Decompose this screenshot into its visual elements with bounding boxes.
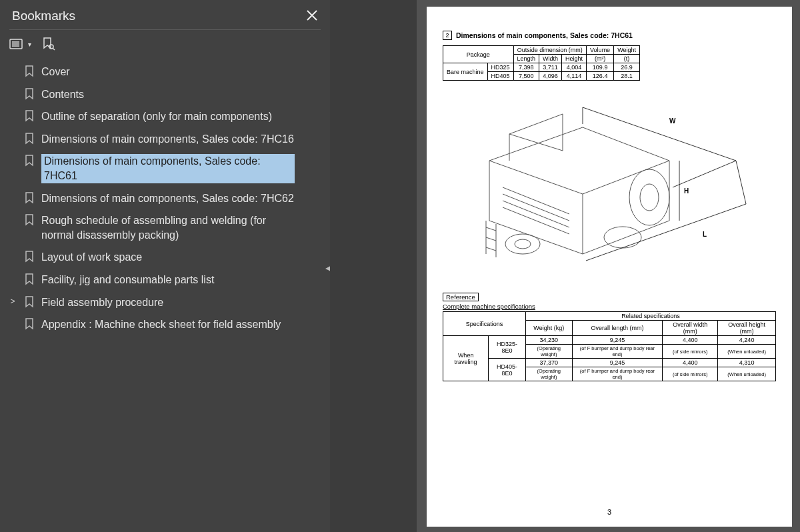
- bookmark-item[interactable]: Layout of work space: [0, 246, 330, 269]
- bookmark-label: Dimensions of main components, Sales cod…: [41, 132, 294, 147]
- expand-toggle[interactable]: >: [8, 297, 17, 306]
- dim-w: W: [669, 117, 675, 125]
- bookmark-icon: [24, 88, 35, 100]
- bookmark-options-button[interactable]: ▾: [9, 37, 31, 51]
- bookmark-search-icon: [41, 37, 55, 51]
- svg-line-9: [503, 207, 569, 234]
- bookmark-label: Dimensions of main components, Sales cod…: [41, 191, 294, 206]
- bookmark-item[interactable]: Dimensions of main components, Sales cod…: [0, 150, 330, 187]
- bookmarks-panel: Bookmarks ▾ CoverContentsOutline of sepa…: [0, 0, 330, 532]
- dim-h: H: [684, 187, 689, 195]
- machine-diagram: W H L: [449, 87, 769, 281]
- svg-line-5: [53, 48, 55, 50]
- pkg-wthead: Weight: [614, 46, 640, 55]
- bookmark-icon: [24, 214, 35, 226]
- bookmark-label: Dimensions of main components, Sales cod…: [41, 154, 295, 183]
- svg-point-12: [629, 169, 669, 225]
- bookmark-icon: [24, 133, 35, 145]
- bookmark-item[interactable]: Rough schedule of assembling and welding…: [0, 209, 330, 246]
- pkg-volhead: Volume: [587, 46, 614, 55]
- dim-l: L: [703, 231, 707, 238]
- bookmarks-title: Bookmarks: [12, 9, 75, 23]
- bookmark-item[interactable]: >Field assembly procedure: [0, 291, 330, 314]
- bookmark-label: Contents: [41, 87, 84, 102]
- chevron-down-icon: ▾: [28, 41, 31, 48]
- close-icon: [306, 9, 318, 21]
- pdf-page: 2 Dimensions of main components, Sales c…: [427, 7, 792, 527]
- bookmark-icon: [24, 251, 35, 263]
- bookmark-item[interactable]: Appendix : Machine check sheet for field…: [0, 313, 330, 336]
- divider: [9, 29, 321, 30]
- bookmark-icon: [24, 65, 35, 77]
- section-title: Dimensions of main components, Sales cod…: [456, 31, 633, 39]
- bookmark-label: Appendix : Machine check sheet for field…: [41, 317, 281, 332]
- section-number: 2: [443, 31, 452, 40]
- bookmark-label: Layout of work space: [41, 250, 142, 265]
- svg-point-14: [604, 227, 641, 248]
- svg-line-6: [503, 187, 569, 214]
- svg-line-8: [503, 201, 569, 227]
- bookmark-label: Field assembly procedure: [41, 295, 163, 310]
- bookmark-item[interactable]: Facility, jig and consumable parts list: [0, 269, 330, 291]
- spec-table: Specifications Related specifications We…: [443, 311, 776, 381]
- bookmark-icon: [24, 273, 35, 285]
- page-number: 3: [427, 508, 792, 516]
- bookmark-icon: [24, 296, 35, 308]
- bookmark-item[interactable]: Dimensions of main components, Sales cod…: [0, 187, 330, 210]
- bookmark-item[interactable]: Dimensions of main components, Sales cod…: [0, 128, 330, 151]
- bookmark-icon: [24, 192, 35, 204]
- bookmark-tree: CoverContentsOutline of separation (only…: [0, 58, 330, 336]
- pkg-rowhead: Package: [443, 46, 514, 63]
- svg-point-13: [640, 184, 659, 211]
- bookmark-label: Outline of separation (only for main com…: [41, 109, 272, 124]
- svg-line-7: [503, 194, 569, 221]
- viewer-gutter: [330, 0, 417, 532]
- reference-subtitle: Complete machine specifications: [443, 303, 776, 310]
- list-icon: [9, 37, 27, 51]
- pkg-side: Bare machine: [443, 63, 488, 81]
- find-bookmark-button[interactable]: [41, 37, 55, 51]
- bookmark-icon: [24, 318, 35, 330]
- bookmark-label: Rough schedule of assembling and welding…: [41, 213, 295, 242]
- svg-line-17: [673, 161, 736, 187]
- svg-line-15: [583, 107, 736, 161]
- bookmark-icon: [24, 155, 35, 167]
- close-panel-button[interactable]: [306, 8, 318, 24]
- bookmark-label: Facility, jig and consumable parts list: [41, 273, 214, 287]
- bookmark-icon: [24, 110, 35, 122]
- pkg-dimhead: Outside dimension (mm): [513, 46, 587, 55]
- package-table: Package Outside dimension (mm) Volume We…: [443, 45, 640, 81]
- svg-line-20: [736, 161, 746, 204]
- svg-point-11: [515, 239, 531, 249]
- bookmark-item[interactable]: Outline of separation (only for main com…: [0, 105, 330, 128]
- svg-point-10: [505, 234, 540, 254]
- bookmark-label: Cover: [41, 65, 70, 79]
- bookmark-item[interactable]: Contents: [0, 83, 330, 106]
- bookmark-item[interactable]: Cover: [0, 61, 330, 83]
- reference-label: Reference: [443, 293, 479, 301]
